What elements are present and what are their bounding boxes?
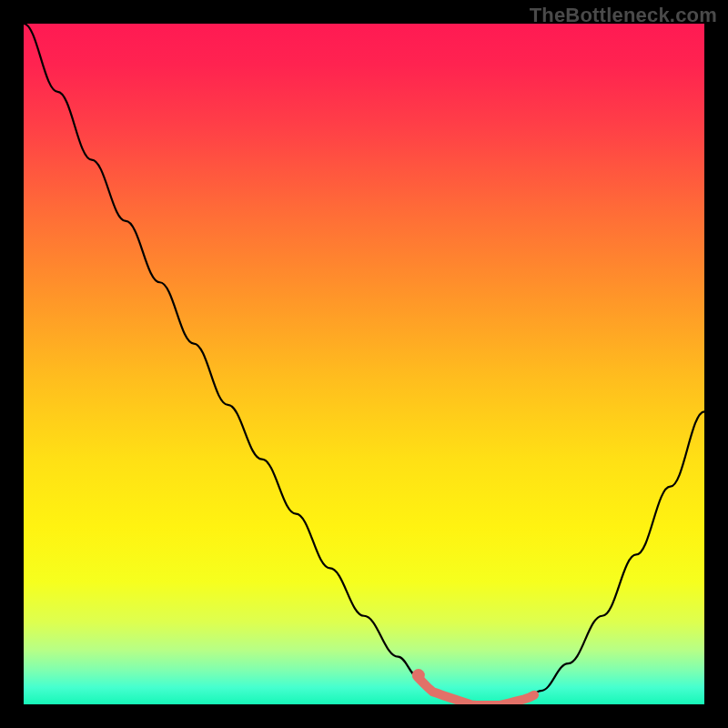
plot-area [24, 24, 704, 704]
chart-frame: TheBottleneck.com [0, 0, 728, 728]
watermark-text: TheBottleneck.com [530, 4, 717, 27]
bottleneck-chart [24, 24, 704, 704]
optimal-point-marker [412, 669, 425, 682]
gradient-background [24, 24, 704, 704]
